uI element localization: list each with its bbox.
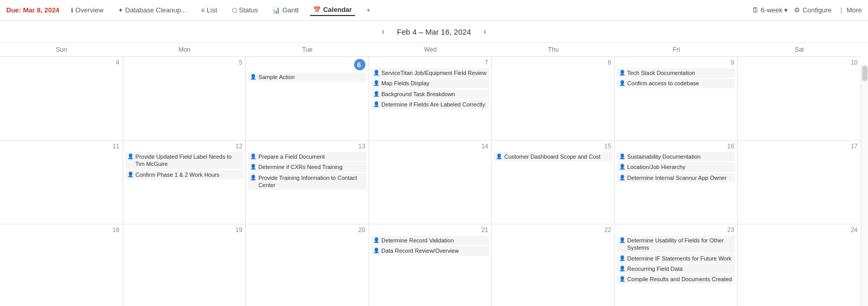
event-reocurring-text: Reocurring Field Data (627, 265, 683, 272)
event-provide-field-label-text: Provide Updated Field Label Needs to Tim… (136, 153, 242, 168)
event-determine-if-statements-text: Determine IF Statements for Future Work (627, 255, 732, 262)
nav-overview[interactable]: ℹ Overview (68, 5, 107, 16)
calendar-grid: Sun Mon Tue Wed Thu Fri Sat 4 5 6 (0, 43, 861, 306)
person-icon-8: 👤 (127, 172, 134, 177)
cell-feb17: 17 (738, 141, 861, 224)
today-badge: 6 (354, 59, 365, 70)
scrollbar-thumb[interactable] (862, 66, 867, 81)
nav-calendar[interactable]: 📅 Calendar (310, 4, 355, 16)
event-provide-field-label[interactable]: 👤 Provide Updated Field Label Needs to T… (125, 152, 244, 169)
add-view-icon: + (366, 6, 371, 14)
cell-feb10: 10 (738, 57, 861, 140)
date-feb20: 20 (248, 226, 366, 234)
calendar-icon: 📅 (313, 6, 321, 13)
day-tue: Tue (246, 43, 369, 56)
event-determine-scannur[interactable]: 👤 Determine Internal Scannur App Owner (617, 173, 735, 182)
event-map-fields[interactable]: 👤 Map Fields Display (371, 79, 490, 88)
person-icon-16: 👤 (373, 237, 379, 243)
cell-feb20: 20 (246, 224, 369, 306)
event-compile-results[interactable]: 👤 Compile Results and Documents Created (617, 274, 735, 284)
nav-gantt-label: Gantt (282, 6, 299, 14)
week-1: 4 5 6 👤 Sample Action 7 (0, 57, 861, 141)
person-icon-20: 👤 (619, 266, 625, 271)
event-reocurring[interactable]: 👤 Reocurring Field Data (617, 264, 735, 273)
event-location-job[interactable]: 👤 Location/Job Hierarchy (617, 162, 735, 172)
event-determine-record[interactable]: 👤 Determine Record Validation (371, 236, 490, 245)
nav-list[interactable]: ≡ List (198, 5, 220, 16)
event-background-task[interactable]: 👤 Background Task Breakdown (371, 89, 490, 99)
date-feb16: 16 (617, 143, 735, 150)
more-button[interactable]: ⋮ More (838, 6, 862, 14)
cell-feb5: 5 (123, 57, 246, 140)
scrollbar[interactable] (861, 65, 868, 306)
date-feb17: 17 (740, 143, 859, 150)
person-icon-19: 👤 (619, 255, 625, 261)
event-sustainability[interactable]: 👤 Sustainability Documentation (617, 152, 735, 161)
week-selector[interactable]: 🗓 6-week ▾ (752, 6, 788, 14)
nav-gantt[interactable]: 📊 Gantt (269, 5, 302, 16)
date-feb8: 8 (494, 59, 612, 66)
event-confirm-phase-text: Confirm Phase 1 & 2 Work Hours (136, 171, 219, 178)
week-selector-icon: 🗓 (752, 6, 759, 14)
event-confirm-access[interactable]: 👤 Confirm access to codebase (617, 79, 735, 88)
cell-feb7: 7 👤 ServiceTitan Job/Equipment Field Rev… (369, 57, 492, 140)
person-icon-7: 👤 (127, 154, 134, 159)
event-determine-fields[interactable]: 👤 Determine if Fields Are Labeled Correc… (371, 100, 490, 109)
event-data-record-text: Data Record Review/Overview (381, 247, 459, 254)
prev-period-button[interactable]: ‹ (377, 26, 388, 37)
event-determine-if-statements[interactable]: 👤 Determine IF Statements for Future Wor… (617, 254, 735, 263)
person-icon-17: 👤 (373, 248, 379, 253)
overview-icon: ℹ (71, 7, 73, 14)
top-bar-left: Due: Mar 8, 2024 ℹ Overview ✦ Database C… (6, 4, 373, 16)
cell-feb14: 14 (369, 141, 492, 224)
event-sample-action[interactable]: 👤 Sample Action (248, 72, 366, 82)
person-icon-21: 👤 (619, 276, 625, 282)
event-customer-dashboard[interactable]: 👤 Customer Dashboard Scope and Cost (494, 152, 612, 161)
event-confirm-phase[interactable]: 👤 Confirm Phase 1 & 2 Work Hours (125, 170, 244, 179)
nav-calendar-label: Calendar (323, 6, 352, 13)
event-tech-stack[interactable]: 👤 Tech Stack Documentation (617, 68, 735, 78)
event-provide-training[interactable]: 👤 Provide Training Information to Contac… (248, 173, 366, 190)
date-feb5: 5 (125, 59, 244, 66)
nav-database[interactable]: ✦ Database Cleanup... (115, 5, 190, 16)
top-bar-right: 🗓 6-week ▾ ⚙ Configure ⋮ More (752, 6, 862, 14)
cell-feb22: 22 (492, 224, 615, 306)
nav-list-label: List (207, 6, 217, 14)
day-sat: Sat (738, 43, 861, 56)
event-prepare-field[interactable]: 👤 Prepare a Field Document (248, 152, 366, 161)
nav-overview-label: Overview (76, 6, 104, 14)
person-icon-3: 👤 (373, 91, 379, 97)
event-determine-usability[interactable]: 👤 Determine Usability of Fields for Othe… (617, 236, 735, 253)
day-names-header: Sun Mon Tue Wed Thu Fri Sat (0, 43, 861, 57)
event-customer-dashboard-text: Customer Dashboard Scope and Cost (504, 153, 600, 160)
event-confirm-access-text: Confirm access to codebase (627, 80, 699, 87)
person-icon-11: 👤 (250, 175, 256, 180)
event-prepare-field-text: Prepare a Field Document (258, 153, 325, 160)
cell-feb9: 9 👤 Tech Stack Documentation 👤 Confirm a… (615, 57, 738, 140)
date-feb18: 18 (2, 226, 121, 234)
event-determine-cxr[interactable]: 👤 Determine if CXRs Need Training (248, 162, 366, 172)
date-feb23: 23 (617, 226, 735, 234)
due-date: Due: Mar 8, 2024 (6, 6, 60, 14)
event-determine-fields-text: Determine if Fields Are Labeled Correctl… (381, 101, 486, 108)
week-2: 11 12 👤 Provide Updated Field Label Need… (0, 141, 861, 224)
cell-feb11: 11 (0, 141, 123, 224)
date-feb15: 15 (494, 143, 612, 150)
date-feb7: 7 (371, 59, 490, 66)
nav-add[interactable]: + (363, 5, 374, 16)
person-icon: 👤 (250, 74, 256, 80)
event-provide-training-text: Provide Training Information to Contact … (258, 174, 364, 189)
event-data-record[interactable]: 👤 Data Record Review/Overview (371, 246, 490, 255)
event-servicetitan[interactable]: 👤 ServiceTitan Job/Equipment Field Revie… (371, 68, 490, 78)
week-3: 18 19 20 21 👤 Determine Record Validatio… (0, 224, 861, 306)
date-feb14: 14 (371, 143, 490, 150)
status-icon: ⬡ (232, 7, 237, 14)
configure-button[interactable]: ⚙ Configure (794, 6, 831, 14)
cell-feb4: 4 (0, 57, 123, 140)
date-feb22: 22 (494, 226, 612, 234)
event-sample-action-text: Sample Action (258, 73, 295, 81)
nav-status[interactable]: ⬡ Status (229, 5, 261, 16)
next-period-button[interactable]: › (479, 26, 490, 37)
day-mon: Mon (123, 43, 246, 56)
cell-feb12: 12 👤 Provide Updated Field Label Needs t… (123, 141, 246, 224)
